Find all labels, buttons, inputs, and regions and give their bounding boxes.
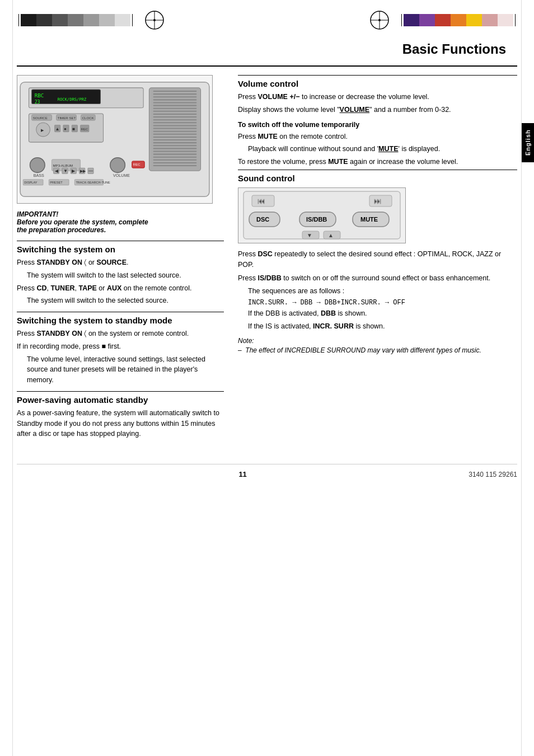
doc-number: 3140 115 29261 (469, 471, 517, 478)
svg-text:TRACK-SEARCH-TUNE: TRACK-SEARCH-TUNE (76, 181, 110, 184)
sequences-line: INCR.SURR. → DBB → DBB+INCR.SURR. → OFF (248, 299, 517, 307)
english-tab: English (522, 123, 534, 162)
right-color-blocks (369, 10, 517, 30)
header-bar (0, 0, 534, 36)
svg-point-7 (378, 19, 381, 21)
mute-p2: Playback will continue without sound and… (238, 144, 517, 154)
section-switching-on-heading: Switching the system on (17, 241, 224, 254)
color-block-r7 (498, 14, 513, 26)
important-line1: IMPORTANT! (17, 210, 224, 218)
volume-p2: Display shows the volume level "VOLUME" … (238, 105, 517, 115)
mute-p1: Press MUTE on the remote control. (238, 132, 517, 142)
incrSurr-bold: INCR. SURR (313, 322, 354, 330)
svg-text:ROCK/DRS/PRZ: ROCK/DRS/PRZ (58, 97, 87, 102)
isdbb-bold: IS/DBB (257, 274, 281, 282)
svg-text:MUTE: MUTE (360, 216, 378, 223)
svg-rect-47 (153, 134, 197, 135)
standby-mode-heading-text: Switching the system to standby mode (17, 316, 172, 325)
svg-text:—: — (88, 168, 93, 173)
color-block-r6 (482, 14, 498, 26)
mute-p3: To restore the volume, press MUTE again … (238, 157, 517, 167)
svg-rect-52 (153, 148, 197, 149)
svg-rect-40 (153, 114, 197, 115)
svg-text:▼: ▼ (307, 232, 312, 238)
sound-p2: Press IS/DBB to switch on or off the sur… (238, 273, 517, 284)
standby-p2: If in recording mode, press ■ first. (17, 341, 224, 352)
svg-text:VOLUME: VOLUME (113, 173, 130, 178)
svg-text:■: ■ (72, 126, 75, 132)
right-vline1 (401, 14, 402, 26)
standby-mode-heading: Switching the system to standby mode (17, 312, 224, 325)
volume-control-heading: Volume control (238, 75, 517, 88)
svg-rect-36 (153, 102, 197, 103)
svg-rect-46 (153, 131, 197, 132)
svg-text:MP3-ALBUM: MP3-ALBUM (53, 163, 73, 167)
sound-p5: If the DBB is activated, DBB is shown. (238, 308, 517, 319)
svg-rect-35 (153, 99, 197, 100)
sound-p3: The sequences are as follows : (238, 286, 517, 297)
svg-text:▶▶: ▶▶ (80, 169, 86, 173)
svg-text:BASS: BASS (34, 173, 44, 178)
dsc-bold: DSC (257, 250, 272, 258)
tape-bold: TAPE (78, 284, 96, 292)
standby-p1: Press STANDBY ON 〈 on the system or remo… (17, 328, 224, 339)
svg-text:CLOCK: CLOCK (82, 116, 95, 120)
left-column: RBC 23 ROCK/DRS/PRZ SOURCE TIMER SET CLO… (17, 75, 224, 442)
sound-control-image: ⏮ ⏭ DSC IS/DBB MUTE ▼ ▲ (238, 187, 406, 243)
right-column: Volume control Press VOLUME +/− to incre… (238, 75, 517, 442)
english-tab-label: English (524, 130, 531, 156)
note-line1: – The effect of INCREDIBLE SURROUND may … (238, 346, 517, 354)
switching-on-heading-text: Switching the system on (17, 245, 115, 254)
page-title: Basic Functions (17, 36, 517, 67)
important-line2: Before you operate the system, complete (17, 218, 224, 226)
svg-rect-38 (153, 108, 197, 109)
device-image: RBC 23 ROCK/DRS/PRZ SOURCE TIMER SET CLO… (17, 75, 213, 204)
svg-rect-33 (153, 93, 197, 95)
svg-text:⏮: ⏮ (257, 196, 265, 205)
dbb-bold: DBB (321, 309, 336, 317)
page-body: Basic Functions RBC 23 ROCK/DRS/PRZ (0, 36, 534, 495)
svg-rect-43 (153, 122, 197, 123)
page-number: 11 (238, 470, 246, 478)
svg-point-3 (153, 19, 156, 21)
svg-text:▼: ▼ (63, 168, 68, 173)
source-bold: SOURCE (96, 259, 126, 266)
mute-display-text: MUTE (378, 145, 398, 153)
svg-text:23: 23 (35, 99, 40, 105)
svg-text:REC: REC (81, 127, 89, 131)
margin-line-left (12, 0, 13, 756)
volume-display-text: VOLUME (340, 106, 369, 114)
svg-rect-44 (153, 125, 197, 126)
color-block-r1 (404, 14, 419, 26)
color-block-2 (36, 14, 52, 26)
compass-right (369, 10, 390, 30)
standby-on-bold2: STANDBY ON (36, 330, 82, 337)
mute-bold2: MUTE (328, 158, 348, 166)
svg-rect-53 (153, 151, 197, 152)
switching-on-p2: The system will switch to the last selec… (17, 270, 224, 281)
svg-rect-55 (153, 157, 197, 158)
svg-rect-41 (153, 116, 197, 118)
standby-on-bold: STANDBY ON (36, 259, 82, 266)
svg-rect-48 (153, 137, 197, 138)
right-vline2 (515, 14, 516, 26)
mute-bold: MUTE (257, 133, 277, 140)
volume-control-heading-text: Volume control (238, 79, 298, 88)
svg-text:TIMER SET: TIMER SET (58, 116, 76, 120)
svg-text:▶: ▶ (72, 168, 76, 173)
volume-p1: Press VOLUME +/− to increase or decrease… (238, 92, 517, 102)
svg-text:▲: ▲ (55, 126, 60, 132)
svg-rect-45 (153, 128, 197, 129)
sound-control-heading-text: Sound control (238, 173, 295, 183)
svg-rect-49 (153, 139, 197, 140)
power-saving-p1: As a power-saving feature, the system wi… (17, 408, 224, 439)
svg-rect-51 (153, 145, 197, 146)
sound-control-heading: Sound control (238, 170, 517, 183)
svg-rect-54 (153, 154, 197, 155)
sound-p6: If the IS is activated, INCR. SURR is sh… (238, 321, 517, 332)
margin-line-right (521, 0, 522, 756)
switching-on-p4: The system will switch to the selected s… (17, 295, 224, 306)
volume-bold: VOLUME +/− (257, 93, 299, 101)
color-block-r4 (451, 14, 466, 26)
svg-text:RBC: RBC (35, 92, 44, 98)
